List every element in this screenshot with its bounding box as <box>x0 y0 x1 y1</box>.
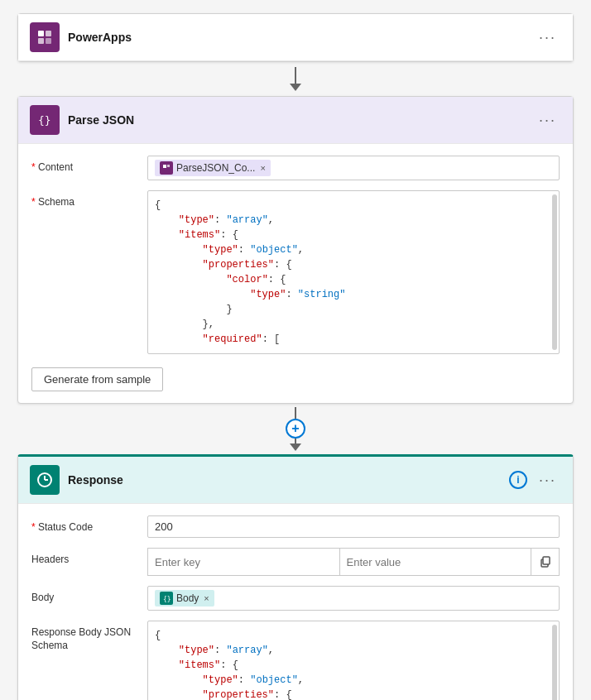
svg-rect-0 <box>38 31 44 36</box>
svg-rect-1 <box>46 31 51 36</box>
schema-line-8: } <box>155 302 552 317</box>
schema-line-10: "required": [ <box>155 332 552 347</box>
schema-label: Schema <box>31 190 147 208</box>
body-chip-icon: {} <box>160 592 173 605</box>
res-schema-line-3: "items": { <box>155 658 552 673</box>
arrow-connector-1 <box>290 62 301 96</box>
parsejson-logo-icon: {} <box>36 111 54 129</box>
response-header: Response i ··· <box>18 457 573 504</box>
response-schema-row: Response Body JSON Schema { "type": "arr… <box>31 621 560 700</box>
schema-row: Schema { "type": "array", "items": { "ty… <box>31 190 560 354</box>
arrow-head-1 <box>290 84 301 91</box>
headers-input-group <box>147 548 560 576</box>
svg-rect-2 <box>38 38 44 44</box>
content-chip-close[interactable]: × <box>260 163 265 173</box>
content-chip-logo <box>162 164 171 172</box>
svg-text:{}: {} <box>163 596 171 602</box>
body-token-field[interactable]: {} Body × <box>147 586 560 611</box>
copy-icon <box>539 555 552 568</box>
schema-line-7: "type": "string" <box>155 287 552 302</box>
headers-value-input[interactable] <box>339 548 532 576</box>
add-connector: + <box>286 404 305 454</box>
svg-rect-6 <box>167 165 170 167</box>
svg-rect-11 <box>543 557 550 564</box>
response-body: Status Code Headers <box>18 504 573 700</box>
parsejson-more-button[interactable]: ··· <box>534 110 561 131</box>
response-schema-code-area[interactable]: { "type": "array", "items": { "type": "o… <box>147 621 560 700</box>
schema-line-1: { <box>155 198 552 213</box>
body-chip-label: Body <box>176 592 199 604</box>
body-row: Body {} Body × <box>31 586 560 611</box>
headers-copy-button[interactable] <box>531 548 560 576</box>
response-logo-icon <box>36 471 54 489</box>
content-token-chip[interactable]: ParseJSON_Co... × <box>155 160 271 176</box>
headers-label: Headers <box>31 548 147 565</box>
body-label: Body <box>31 586 147 603</box>
add-line-top <box>295 407 296 419</box>
schema-line-2: "type": "array", <box>155 213 552 228</box>
add-step-button[interactable]: + <box>286 419 305 439</box>
arrow-head-2 <box>290 443 301 451</box>
body-token-chip[interactable]: {} Body × <box>155 590 214 607</box>
content-chip-label: ParseJSON_Co... <box>176 162 255 174</box>
svg-rect-5 <box>163 165 166 168</box>
parsejson-icon-box: {} <box>30 105 60 135</box>
arrow-line-1 <box>295 67 296 84</box>
svg-rect-3 <box>46 38 51 44</box>
powerapps-title: PowerApps <box>68 31 534 44</box>
schema-line-4: "type": "object", <box>155 242 552 257</box>
content-row: Content ParseJSON_Co... × <box>31 156 560 180</box>
schema-code-area[interactable]: { "type": "array", "items": { "type": "o… <box>147 190 560 354</box>
schema-line-6: "color": { <box>155 272 552 287</box>
schema-line-5: "properties": { <box>155 257 552 272</box>
status-code-row: Status Code <box>31 515 560 538</box>
res-schema-line-5: "properties": { <box>155 688 552 700</box>
parsejson-generate-button[interactable]: Generate from sample <box>31 367 163 391</box>
parsejson-card: {} Parse JSON ··· Content <box>17 96 574 404</box>
content-label: Content <box>31 156 147 173</box>
schema-scrollbar <box>552 194 557 350</box>
parsejson-title: Parse JSON <box>68 113 534 127</box>
response-info-button[interactable]: i <box>509 471 527 489</box>
status-code-input[interactable] <box>147 515 560 538</box>
response-card: Response i ··· Status Code Headers <box>17 454 574 700</box>
svg-text:{}: {} <box>38 114 51 127</box>
response-icon-box <box>30 465 60 495</box>
res-schema-line-2: "type": "array", <box>155 643 552 658</box>
powerapps-header: PowerApps ··· <box>18 14 573 61</box>
schema-line-9: }, <box>155 317 552 332</box>
status-code-label: Status Code <box>31 515 147 533</box>
res-schema-line-1: { <box>155 628 552 643</box>
response-more-button[interactable]: ··· <box>534 470 561 491</box>
body-chip-close[interactable]: × <box>204 593 209 603</box>
powerapps-more-button[interactable]: ··· <box>534 27 561 48</box>
powerapps-logo-icon <box>36 28 54 46</box>
res-schema-scrollbar <box>552 625 557 700</box>
content-token-field[interactable]: ParseJSON_Co... × <box>147 156 560 180</box>
body-chip-logo: {} <box>162 594 171 602</box>
powerapps-card: PowerApps ··· <box>17 13 574 62</box>
parsejson-header: {} Parse JSON ··· <box>18 97 573 144</box>
headers-key-input[interactable] <box>147 548 339 576</box>
res-schema-line-4: "type": "object", <box>155 673 552 688</box>
schema-line-3: "items": { <box>155 228 552 242</box>
content-chip-icon <box>160 161 173 175</box>
headers-row: Headers <box>31 548 560 576</box>
parsejson-body: Content ParseJSON_Co... × <box>18 144 573 403</box>
response-title: Response <box>68 473 509 487</box>
response-schema-label: Response Body JSON Schema <box>31 621 147 652</box>
powerapps-icon-box <box>30 22 60 52</box>
